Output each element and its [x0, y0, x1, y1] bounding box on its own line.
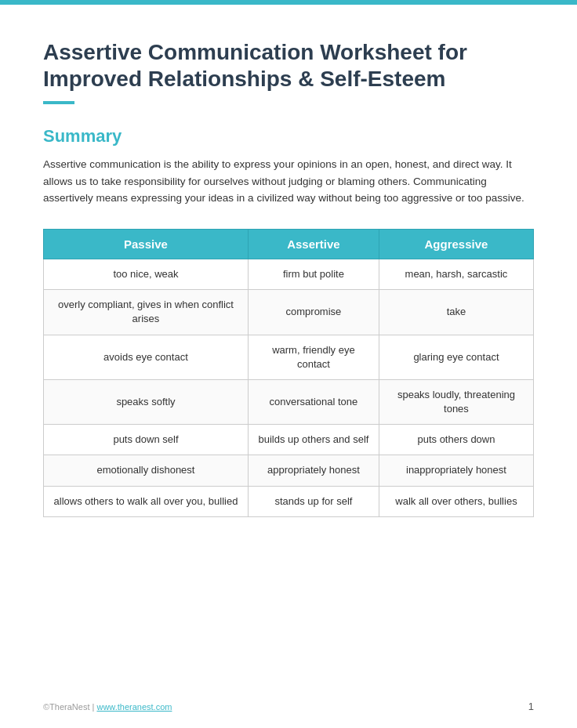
- table-cell: inappropriately honest: [379, 455, 533, 486]
- table-cell: take: [379, 290, 533, 335]
- header-passive: Passive: [44, 229, 249, 259]
- title-underline: [43, 101, 74, 104]
- table-row: speaks softlyconversational tonespeaks l…: [44, 379, 534, 424]
- page-number: 1: [528, 701, 534, 712]
- table-row: allows others to walk all over you, bull…: [44, 486, 534, 516]
- table-header-row: Passive Assertive Aggressive: [44, 229, 534, 259]
- table-cell: compromise: [248, 290, 379, 335]
- table-cell: allows others to walk all over you, bull…: [44, 486, 249, 516]
- footer-link[interactable]: www.theranest.com: [96, 702, 172, 712]
- table-row: avoids eye contactwarm, friendly eye con…: [44, 335, 534, 379]
- table-cell: avoids eye contact: [44, 335, 249, 379]
- table-row: puts down selfbuilds up others and selfp…: [44, 425, 534, 455]
- summary-heading: Summary: [43, 126, 534, 147]
- table-cell: emotionally dishonest: [44, 455, 249, 486]
- header-assertive: Assertive: [248, 229, 379, 259]
- table-cell: speaks softly: [44, 379, 249, 424]
- table-cell: speaks loudly, threatening tones: [379, 379, 533, 424]
- page: Assertive Communication Worksheet for Im…: [0, 0, 577, 728]
- table-cell: conversational tone: [248, 379, 379, 424]
- header-aggressive: Aggressive: [379, 229, 533, 259]
- table-row: overly compliant, gives in when conflict…: [44, 290, 534, 335]
- table-row: emotionally dishonestappropriately hones…: [44, 455, 534, 486]
- table-cell: too nice, weak: [44, 259, 249, 289]
- table-cell: warm, friendly eye contact: [248, 335, 379, 379]
- table-cell: puts down self: [44, 425, 249, 455]
- footer-copyright: ©TheraNest |: [43, 702, 96, 712]
- summary-text: Assertive communication is the ability t…: [43, 156, 534, 207]
- comparison-table: Passive Assertive Aggressive too nice, w…: [43, 229, 534, 517]
- table-cell: walk all over others, bullies: [379, 486, 533, 516]
- footer-text: ©TheraNest | www.theranest.com: [43, 702, 172, 712]
- table-cell: mean, harsh, sarcastic: [379, 259, 533, 289]
- top-border: [0, 0, 577, 5]
- table-row: too nice, weakfirm but politemean, harsh…: [44, 259, 534, 289]
- table-cell: glaring eye contact: [379, 335, 533, 379]
- table-cell: overly compliant, gives in when conflict…: [44, 290, 249, 335]
- table-cell: firm but polite: [248, 259, 379, 289]
- page-title: Assertive Communication Worksheet for Im…: [43, 39, 534, 92]
- table-cell: appropriately honest: [248, 455, 379, 486]
- table-cell: builds up others and self: [248, 425, 379, 455]
- table-cell: stands up for self: [248, 486, 379, 516]
- footer: ©TheraNest | www.theranest.com 1: [43, 701, 534, 712]
- table-cell: puts others down: [379, 425, 533, 455]
